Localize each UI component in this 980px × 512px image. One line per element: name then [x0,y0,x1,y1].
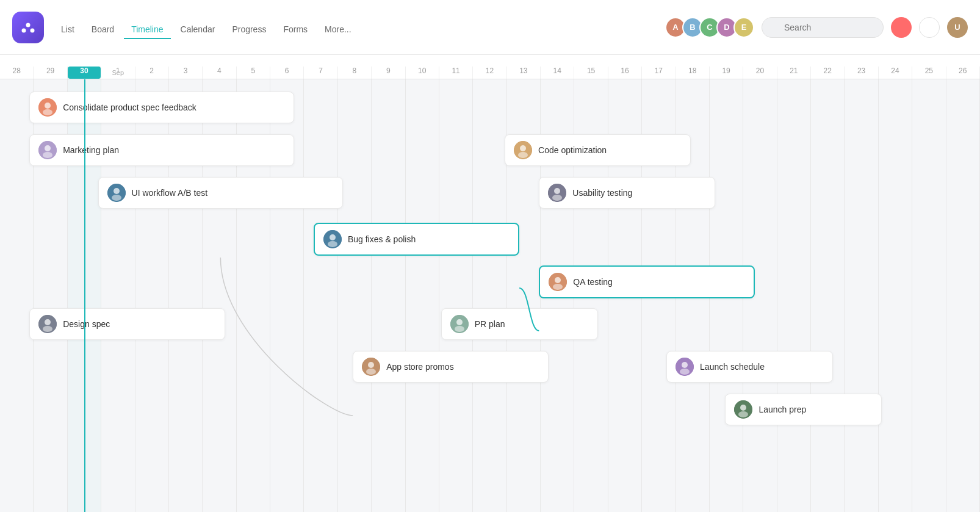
svg-point-11 [112,195,121,201]
task-avatar-bug-fixes [323,230,342,248]
date-cell-17: 17 [642,67,676,79]
svg-point-2 [31,28,35,32]
svg-point-5 [43,109,52,115]
task-card-qa-testing[interactable]: QA testing [539,265,754,298]
add-button[interactable] [891,17,912,38]
tab-list[interactable]: List [54,21,82,39]
date-cell-20: 20 [743,67,777,79]
grid-col-25 [912,79,946,512]
grid-col-23 [845,79,878,512]
header-right: A B C D E 🔍 U [665,17,968,38]
grid-col-26 [946,79,980,512]
task-label-bug-fixes: Bug fixes & polish [348,234,416,244]
date-cell-6: 6 [270,67,304,79]
task-label-pr-plan: PR plan [475,319,505,329]
task-card-bug-fixes[interactable]: Bug fixes & polish [314,223,519,256]
date-cell-1: Sep1 [101,67,135,79]
svg-point-8 [43,152,52,158]
task-avatar-launch-schedule [676,358,694,376]
date-cell-8: 8 [338,67,372,79]
task-card-pr-plan[interactable]: PR plan [441,308,598,340]
svg-point-14 [518,152,528,158]
task-card-usability-testing[interactable]: Usability testing [539,177,715,209]
tab-timeline[interactable]: Timeline [124,21,170,39]
svg-point-0 [26,23,31,27]
task-card-launch-schedule[interactable]: Launch schedule [666,351,833,383]
date-cell-25: 25 [912,67,946,79]
grid-col-21 [777,79,811,512]
date-cell-24: 24 [879,67,912,79]
svg-point-37 [740,405,746,411]
date-cell-5: 5 [237,67,270,79]
user-avatar[interactable]: U [947,17,968,38]
task-card-consolidate[interactable]: Consolidate product spec feedback [29,92,294,123]
task-avatar-qa-testing [549,273,567,291]
svg-point-25 [45,319,51,325]
date-cell-7: 7 [304,67,337,79]
task-label-design-spec: Design spec [63,319,110,329]
svg-point-28 [456,319,463,325]
team-avatars: A B C D E [665,17,754,38]
tab-forms[interactable]: Forms [276,21,315,39]
header-center: List Board Timeline Calendar Progress Fo… [54,16,655,39]
svg-point-16 [554,188,560,194]
task-card-code-optimization[interactable]: Code optimization [505,134,691,166]
task-card-ui-workflow[interactable]: UI workflow A/B test [98,177,344,209]
date-cell-28: 28 [0,67,34,79]
help-button[interactable] [919,17,940,38]
search-input[interactable] [762,17,884,38]
svg-point-35 [680,369,690,375]
grid-col-24 [879,79,912,512]
grid-col-28 [0,79,34,512]
task-card-design-spec[interactable]: Design spec [29,308,225,340]
svg-point-34 [682,362,688,368]
date-cell-19: 19 [710,67,743,79]
grid-col-8 [338,79,372,512]
grid-col-12 [473,79,506,512]
svg-point-7 [45,145,51,151]
tab-more[interactable]: More... [317,21,359,39]
date-cell-15: 15 [574,67,608,79]
search-container: 🔍 [762,17,884,38]
task-avatar-usability-testing [548,184,566,202]
svg-point-32 [366,369,376,375]
team-avatar-5[interactable]: E [733,17,754,38]
task-avatar-pr-plan [450,315,469,333]
date-cell-3: 3 [169,67,203,79]
task-card-launch-prep[interactable]: Launch prep [725,394,882,425]
task-avatar-launch-prep [734,400,752,419]
date-cell-2: 2 [135,67,169,79]
date-cell-22: 22 [811,67,845,79]
grid-col-11 [439,79,473,512]
tab-board[interactable]: Board [84,21,121,39]
svg-point-31 [368,362,374,368]
task-label-ui-workflow: UI workflow A/B test [132,188,207,198]
tab-calendar[interactable]: Calendar [173,21,223,39]
task-card-marketing-plan[interactable]: Marketing plan [29,134,294,166]
date-cell-21: 21 [777,67,811,79]
date-cell-13: 13 [507,67,541,79]
task-avatar-marketing-plan [38,141,57,159]
date-cell-9: 9 [372,67,405,79]
task-label-marketing-plan: Marketing plan [63,145,119,155]
svg-point-1 [22,28,26,32]
svg-point-38 [738,411,748,417]
date-cell-12: 12 [473,67,506,79]
date-cell-14: 14 [541,67,574,79]
task-avatar-ui-workflow [107,184,126,202]
tab-progress[interactable]: Progress [225,21,273,39]
nav-tabs: List Board Timeline Calendar Progress Fo… [54,21,655,39]
app-icon[interactable] [12,12,44,43]
svg-point-4 [45,103,51,109]
header: List Board Timeline Calendar Progress Fo… [0,0,980,55]
task-label-consolidate: Consolidate product spec feedback [63,103,196,112]
task-avatar-code-optimization [514,141,532,159]
date-cell-26: 26 [946,67,980,79]
task-card-app-store-promos[interactable]: App store promos [353,351,549,383]
task-label-launch-schedule: Launch schedule [700,362,765,372]
date-cell-11: 11 [439,67,473,79]
date-cell-16: 16 [608,67,642,79]
svg-point-26 [43,326,52,332]
task-avatar-app-store-promos [362,358,380,376]
grid-col-9 [372,79,405,512]
